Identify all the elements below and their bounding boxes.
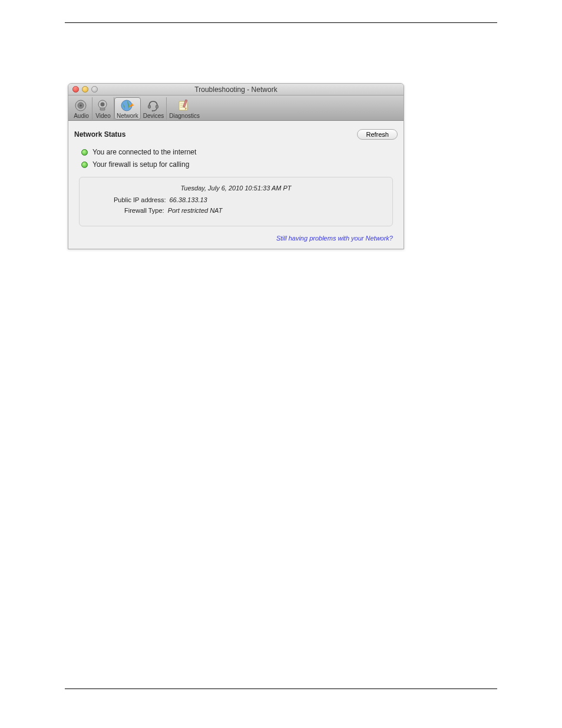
tab-video[interactable]: Video — [92, 97, 114, 120]
page-bottom-rule — [65, 689, 497, 689]
webcam-icon — [95, 98, 111, 113]
status-item: Your firewall is setup for calling — [81, 160, 398, 169]
page-top-rule — [65, 22, 497, 23]
refresh-button[interactable]: Refresh — [357, 129, 398, 140]
detail-row: Firewall Type: Port restricted NAT — [91, 207, 381, 214]
window-titlebar: Troubleshooting - Network — [68, 84, 404, 95]
section-header: Network Status Refresh — [74, 129, 398, 140]
tab-label: Devices — [143, 113, 164, 119]
notepad-icon — [176, 98, 193, 113]
status-item: You are connected to the internet — [81, 148, 398, 156]
tab-label: Diagnostics — [169, 113, 200, 119]
content-panel: Network Status Refresh You are connected… — [68, 121, 404, 249]
status-list: You are connected to the internet Your f… — [74, 148, 398, 169]
detail-value: 66.38.133.13 — [169, 196, 207, 203]
svg-point-9 — [152, 110, 154, 112]
svg-rect-5 — [100, 108, 105, 110]
tab-label: Audio — [74, 113, 89, 119]
speaker-icon — [73, 98, 90, 113]
status-ok-icon — [81, 149, 88, 156]
headset-icon — [145, 98, 161, 113]
troubleshooting-window: Troubleshooting - Network Audio Vi — [68, 83, 404, 249]
svg-point-4 — [101, 103, 105, 107]
detail-row: Public IP address: 66.38.133.13 — [91, 196, 381, 203]
svg-point-2 — [80, 104, 82, 107]
tab-network[interactable]: Network — [114, 97, 141, 120]
svg-point-7 — [148, 105, 151, 108]
tab-label: Video — [95, 113, 110, 119]
timestamp: Tuesday, July 6, 2010 10:51:33 AM PT — [91, 185, 381, 192]
detail-label: Firewall Type: — [124, 207, 164, 214]
tab-devices[interactable]: Devices — [141, 97, 167, 120]
status-ok-icon — [81, 162, 88, 168]
svg-point-8 — [156, 105, 158, 108]
section-heading: Network Status — [74, 130, 125, 139]
help-link[interactable]: Still having problems with your Network? — [74, 231, 398, 242]
tab-label: Network — [117, 113, 138, 119]
window-title: Troubleshooting - Network — [68, 85, 404, 94]
details-box: Tuesday, July 6, 2010 10:51:33 AM PT Pub… — [79, 177, 393, 226]
tab-audio[interactable]: Audio — [71, 97, 92, 120]
detail-label: Public IP address: — [114, 196, 166, 203]
globe-icon — [119, 98, 135, 113]
detail-value: Port restricted NAT — [168, 207, 223, 214]
status-text: Your firewall is setup for calling — [92, 160, 189, 169]
status-text: You are connected to the internet — [92, 148, 196, 156]
toolbar: Audio Video Network — [68, 95, 404, 121]
tab-diagnostics[interactable]: Diagnostics — [167, 97, 202, 120]
